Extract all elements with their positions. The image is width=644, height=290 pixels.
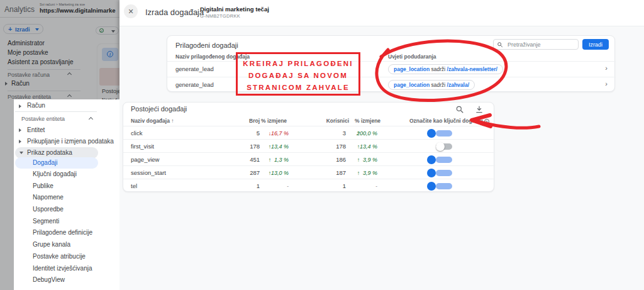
menu-item-property[interactable]: Entitet <box>27 125 119 136</box>
event-name: tel <box>131 179 137 192</box>
existing-events-card: Postojeći događaji Naziv događaja ↑ Broj… <box>123 102 494 192</box>
custom-event-name: generate_lead <box>175 77 214 92</box>
search-box <box>493 39 579 50</box>
users-change: 3,9 % <box>340 166 377 179</box>
table-row: first_visit 178 ↑ 13,4 % 178 ↑ 13,4 % <box>123 139 495 152</box>
column-header-change2: % izmjene <box>355 116 380 126</box>
menu-item-comparisons[interactable]: Usporedbe <box>33 204 64 215</box>
section-property-settings[interactable]: Postavke entiteta <box>21 113 119 125</box>
condition-pill[interactable]: page_location sadrži /zahvala-newsletter… <box>388 64 503 74</box>
column-header-count: Broj <box>218 116 260 126</box>
search-icon[interactable] <box>455 105 464 114</box>
download-icon[interactable] <box>475 105 484 114</box>
users-change: 200,0 % <box>340 126 377 140</box>
create-event-modal: ✕ Izrada događaja Digitalni marketing te… <box>119 0 644 290</box>
chevron-right-icon[interactable]: › <box>602 64 610 72</box>
menu-item-annotations[interactable]: Napomene <box>33 192 64 203</box>
create-custom-event-button[interactable]: Izradi <box>582 39 609 50</box>
custom-events-card: Prilagođeni događaji Izradi Naziv prilag… <box>167 35 615 92</box>
table-row: session_start 287 ↑ 13,0 % 187 ↑ 3,9 % <box>123 165 495 179</box>
count-change: 16,7 % <box>252 126 289 140</box>
count-change: 13,4 % <box>252 140 289 153</box>
condition-pill[interactable]: page_location sadrži /zahvala/ <box>388 80 475 90</box>
count-change: 1,3 % <box>252 153 289 166</box>
menu-item-reporting-identity[interactable]: Identitet izvješćivanja <box>33 263 92 274</box>
column-header-change: % izmjene <box>261 116 287 126</box>
divider <box>15 111 97 112</box>
annotation-note: KREIRAJ PRILAGOĐENI DOGAĐAJ SA NOVOM STR… <box>236 52 360 96</box>
expand-arrow-icon <box>19 104 21 108</box>
table-row: page_view 451 ↑ 1,3 % 186 ↑ 3,9 % <box>123 152 495 165</box>
expand-arrow-icon <box>19 140 21 143</box>
column-header-users: Korisnici <box>309 116 349 126</box>
sort-asc-icon: ↑ <box>171 118 174 124</box>
custom-event-name: generate_lead <box>175 61 214 77</box>
menu-item-account[interactable]: Račun <box>27 100 119 111</box>
property-name: Digitalni marketing tečaj <box>200 6 269 13</box>
modal-title: Izrada događaja <box>145 8 204 17</box>
table-header-row: Naziv događaja ↑ Broj % izmjene Korisnic… <box>123 116 495 126</box>
users-change: 13,4 % <box>340 140 377 153</box>
table-row: click 5 ↓ 16,7 % 3 ↑ 200,0 % <box>123 126 495 139</box>
menu-item-channel-groups[interactable]: Grupe kanala <box>33 239 70 250</box>
event-name: click <box>131 126 142 140</box>
menu-item-debugview[interactable]: DebugView <box>33 274 65 286</box>
help-icon[interactable]: ? <box>484 119 489 124</box>
users-change: - <box>340 179 377 192</box>
custom-events-title: Prilagođeni događaji <box>175 42 238 49</box>
column-header-event-name[interactable]: Naziv događaja ↑ <box>131 116 174 126</box>
users-change: 3,9 % <box>340 153 377 166</box>
column-header-key-event: Označite kao ključni događaj? <box>409 116 479 126</box>
divider <box>167 61 616 62</box>
count-change: - <box>252 179 289 192</box>
expand-arrow-icon <box>19 128 21 132</box>
screenshot-root: Analytics Svi računi > Marketing za sve … <box>0 0 644 290</box>
search-icon <box>497 42 503 48</box>
admin-menu-panel: Račun Postavke entiteta Entitet Prikuplj… <box>14 99 119 290</box>
menu-item-attribution-settings[interactable]: Postavke atribucije <box>33 251 86 262</box>
menu-item-events-selected[interactable]: Događaji <box>15 157 98 169</box>
modal-header: ✕ Izrada događaja Digitalni marketing te… <box>119 0 644 26</box>
search-input[interactable] <box>506 40 575 48</box>
menu-item-custom-definitions[interactable]: Prilagođene definicije <box>33 227 92 238</box>
menu-item-segments[interactable]: Segmenti <box>33 216 59 227</box>
menu-item-key-events[interactable]: Ključni događaji <box>33 169 77 180</box>
event-name: page_view <box>131 153 159 166</box>
chevron-right-icon[interactable]: › <box>602 80 610 87</box>
column-header-conditions: Uvjeti podudaranja <box>388 53 436 60</box>
existing-events-title: Postojeći događaji <box>131 103 187 116</box>
count-change: 13,0 % <box>252 166 289 179</box>
menu-item-audiences[interactable]: Publike <box>33 181 53 192</box>
event-name: session_start <box>131 166 166 179</box>
event-name: first_visit <box>131 140 154 153</box>
table-row: tel 1 - 1 - <box>123 179 495 192</box>
divider <box>167 77 616 77</box>
collapse-arrow-icon <box>19 152 23 154</box>
menu-item-data-collection[interactable]: Prikupljanje i izmjena podataka <box>27 136 119 147</box>
close-icon[interactable]: ✕ <box>124 4 138 18</box>
property-id: G-NMB2TGDRKK <box>200 13 240 19</box>
